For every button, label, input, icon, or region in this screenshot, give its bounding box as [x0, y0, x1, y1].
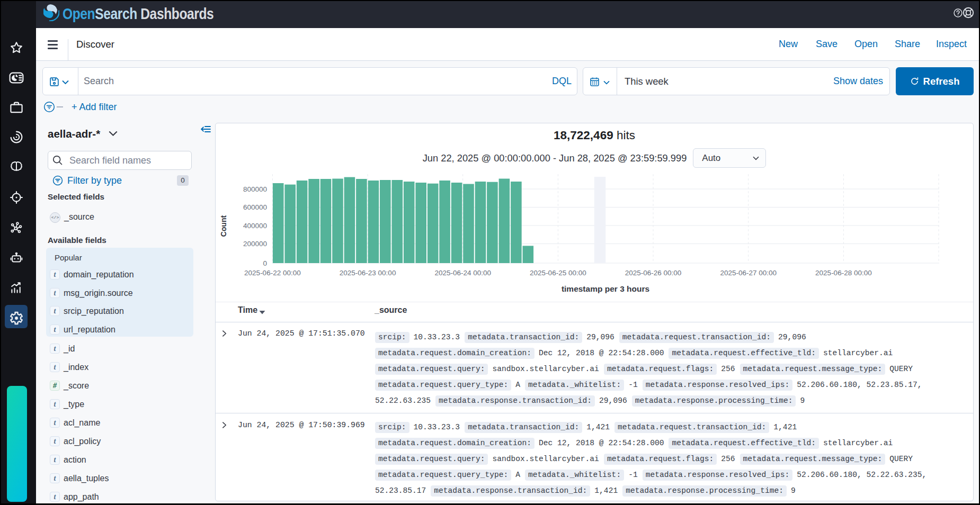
- svg-text:0: 0: [263, 259, 267, 267]
- svg-text:Count: Count: [219, 215, 228, 237]
- svg-text:400000: 400000: [243, 222, 267, 230]
- svg-text:2025-06-25 00:00: 2025-06-25 00:00: [530, 269, 586, 277]
- svg-text:2025-06-28 00:00: 2025-06-28 00:00: [815, 269, 872, 277]
- svg-text:timestamp per 3 hours: timestamp per 3 hours: [562, 284, 649, 293]
- svg-text:2025-06-24 00:00: 2025-06-24 00:00: [434, 269, 491, 277]
- svg-text:2025-06-23 00:00: 2025-06-23 00:00: [340, 269, 396, 277]
- svg-text:200000: 200000: [243, 240, 267, 248]
- svg-text:800000: 800000: [243, 185, 267, 193]
- svg-text:2025-06-26 00:00: 2025-06-26 00:00: [625, 269, 682, 277]
- svg-text:600000: 600000: [243, 203, 267, 211]
- svg-text:2025-06-22 00:00: 2025-06-22 00:00: [244, 269, 301, 277]
- svg-text:2025-06-27 00:00: 2025-06-27 00:00: [720, 269, 777, 277]
